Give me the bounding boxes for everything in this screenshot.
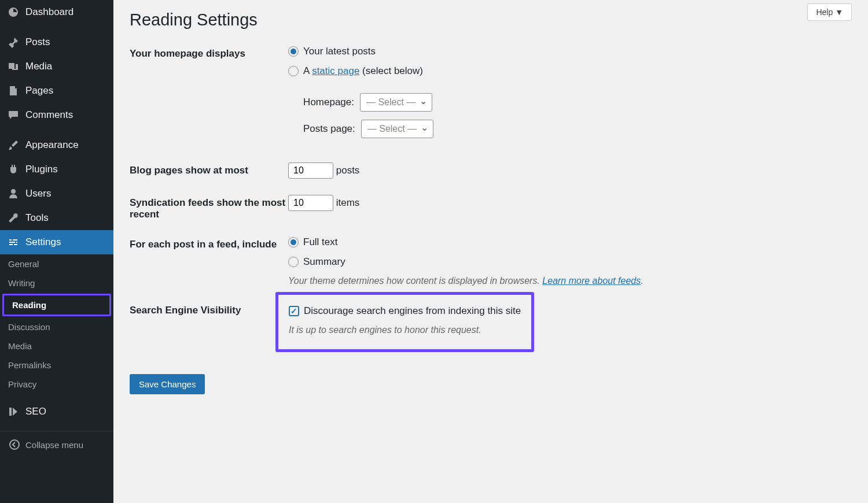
sidebar-item-plugins[interactable]: Plugins: [0, 157, 113, 182]
plug-icon: [7, 163, 20, 176]
radio-fulltext[interactable]: Full text: [288, 236, 852, 248]
seo-icon: [7, 405, 20, 418]
feed-desc: Your theme determines how content is dis…: [288, 276, 542, 286]
visibility-highlight: Discourage search engines from indexing …: [275, 292, 534, 352]
collapse-menu[interactable]: Collapse menu: [0, 431, 113, 458]
radio-icon: [288, 46, 299, 57]
sidebar-item-posts[interactable]: Posts: [0, 30, 113, 54]
media-icon: [7, 60, 20, 73]
postspage-select-label: Posts page:: [303, 123, 355, 135]
syndication-unit: items: [336, 197, 360, 208]
sidebar-sub-media[interactable]: Media: [0, 336, 113, 356]
admin-sidebar: Dashboard Posts Media Pages Comments App…: [0, 0, 113, 503]
sidebar-item-settings[interactable]: Settings: [0, 230, 113, 254]
postspage-select[interactable]: — Select —: [361, 120, 433, 138]
radio-static-page[interactable]: A static page (select below): [288, 65, 852, 77]
blogpages-label: Blog pages show at most: [130, 162, 288, 179]
sidebar-sub-reading[interactable]: Reading: [2, 294, 111, 316]
feed-label: For each post in a feed, include: [130, 236, 288, 286]
page-icon: [7, 84, 20, 97]
radio-latest-posts[interactable]: Your latest posts: [288, 46, 852, 57]
sidebar-sub-privacy[interactable]: Privacy: [0, 375, 113, 394]
sidebar-item-dashboard[interactable]: Dashboard: [0, 0, 113, 24]
sliders-icon: [7, 236, 20, 249]
learn-more-feeds-link[interactable]: Learn more about feeds: [542, 276, 641, 286]
homepage-select-label: Homepage:: [303, 97, 354, 108]
sidebar-item-comments[interactable]: Comments: [0, 103, 113, 127]
homepage-displays-label: Your homepage displays: [130, 46, 288, 146]
radio-icon: [288, 66, 299, 76]
visibility-note: It is up to search engines to honor this…: [289, 325, 521, 335]
pin-icon: [7, 36, 20, 49]
sidebar-sub-permalinks[interactable]: Permalinks: [0, 356, 113, 375]
brush-icon: [7, 139, 20, 151]
homepage-select[interactable]: — Select —: [360, 93, 432, 112]
page-title: Reading Settings: [130, 10, 852, 29]
sidebar-item-users[interactable]: Users: [0, 182, 113, 206]
radio-summary[interactable]: Summary: [288, 256, 852, 268]
svg-point-0: [10, 440, 19, 449]
visibility-label: Search Engine Visibility: [130, 302, 288, 352]
checkbox-icon: [289, 306, 299, 316]
sidebar-sub-writing[interactable]: Writing: [0, 273, 113, 293]
user-icon: [7, 187, 20, 200]
sidebar-item-appearance[interactable]: Appearance: [0, 133, 113, 157]
blogpages-input[interactable]: [288, 162, 333, 179]
wrench-icon: [7, 212, 20, 224]
comment-icon: [7, 109, 20, 121]
sidebar-item-seo[interactable]: SEO: [0, 400, 113, 424]
save-changes-button[interactable]: Save Changes: [130, 374, 205, 394]
sidebar-item-pages[interactable]: Pages: [0, 79, 113, 103]
radio-icon: [288, 237, 299, 247]
radio-icon: [288, 257, 299, 267]
sidebar-sub-discussion[interactable]: Discussion: [0, 317, 113, 336]
syndication-input[interactable]: [288, 195, 333, 211]
discourage-checkbox-row[interactable]: Discourage search engines from indexing …: [289, 305, 521, 317]
help-tab[interactable]: Help ▼: [807, 3, 852, 21]
sidebar-sub-general[interactable]: General: [0, 254, 113, 273]
static-page-link[interactable]: static page: [312, 65, 359, 76]
sidebar-item-tools[interactable]: Tools: [0, 206, 113, 230]
sidebar-item-media[interactable]: Media: [0, 54, 113, 79]
main-content: Help ▼ Reading Settings Your homepage di…: [113, 0, 868, 503]
blogpages-unit: posts: [336, 165, 360, 176]
dashboard-icon: [7, 6, 20, 19]
collapse-icon: [8, 438, 21, 451]
syndication-label: Syndication feeds show the most recent: [130, 195, 288, 220]
